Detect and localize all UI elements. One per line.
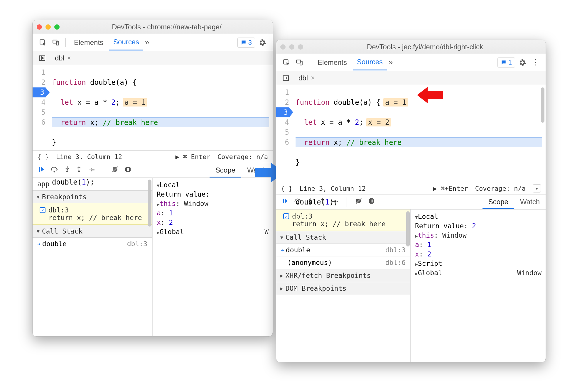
callstack-frame[interactable]: ➔doubledbl:3 (276, 244, 410, 256)
issues-count: 3 (248, 39, 252, 46)
traffic-lights (280, 44, 303, 50)
inline-value-a: a = 1 (383, 98, 408, 107)
separator (309, 58, 309, 67)
file-tab-dbl[interactable]: dbl × (296, 73, 317, 83)
window-title: DevTools - chrome://new-tab-page/ (65, 23, 269, 31)
inspect-icon[interactable] (281, 57, 292, 68)
issues-badge[interactable]: 3 (237, 38, 255, 48)
devtools-tabstrip: Elements Sources » 1 ⋮ (276, 54, 546, 71)
code-content[interactable]: function double(a) { let x = a * 2;a = 1… (48, 65, 273, 150)
tab-sources[interactable]: Sources (109, 34, 143, 50)
code-content[interactable]: function double(a) {a = 1 let x = a * 2;… (292, 85, 546, 182)
section-label: Call Stack (42, 227, 82, 235)
file-tab-label: dbl (298, 74, 308, 82)
svg-rect-5 (39, 167, 40, 172)
resume-icon[interactable] (38, 166, 45, 175)
breakpoint-marker[interactable]: 3 (276, 107, 289, 117)
scrollbar-thumb[interactable] (406, 211, 410, 246)
file-tabstrip: dbl × (276, 71, 546, 85)
return-value-label: Return value: (157, 190, 210, 198)
current-frame-icon: ➔ (281, 247, 284, 253)
scrollbar-thumb[interactable] (541, 87, 544, 123)
return-value-label: Return value: (415, 222, 468, 230)
breakpoint-marker[interactable]: 3 (33, 87, 45, 97)
section-label: Breakpoints (42, 193, 87, 201)
chevron-down-icon: ▼ (37, 194, 40, 200)
line-gutter: 123456 (276, 85, 292, 182)
debugger-panes: app ▼Breakpoints dbl:3 return x; // brea… (33, 178, 273, 336)
braces-icon[interactable]: { } (281, 185, 293, 192)
file-tab-dbl[interactable]: dbl × (53, 53, 73, 63)
close-tab-icon[interactable]: × (311, 74, 315, 82)
settings-icon[interactable] (257, 37, 268, 48)
kebab-menu-icon[interactable]: ⋮ (530, 57, 541, 68)
file-tab-label: dbl (55, 54, 64, 62)
breakpoint-checkbox[interactable] (283, 213, 289, 219)
section-call-stack[interactable]: ▼Call Stack (276, 231, 410, 244)
list-item[interactable]: app (33, 178, 152, 190)
svg-rect-19 (283, 199, 284, 203)
inline-value-a: a = 1 (123, 98, 147, 107)
frame-location: dbl:6 (385, 259, 406, 266)
frame-location: dbl:3 (127, 240, 147, 248)
scope-global-label: Global (160, 228, 184, 236)
scope-local-label: Local (160, 181, 180, 189)
frame-function: (anonymous) (287, 259, 332, 266)
callstack-frame[interactable]: ➔doubledbl:3 (33, 238, 152, 250)
issues-count: 1 (508, 59, 512, 66)
code-editor[interactable]: 123456 function double(a) {a = 1 let x =… (276, 85, 546, 182)
scope-pane[interactable]: ▼Local Return value: 2 ▶this: Window a: … (411, 209, 546, 362)
inspect-icon[interactable] (37, 37, 48, 48)
issues-badge[interactable]: 1 (497, 58, 515, 67)
breakpoint-item[interactable]: dbl:3 return x; // break here (276, 209, 410, 231)
settings-icon[interactable] (517, 57, 528, 68)
braces-icon[interactable]: { } (37, 153, 49, 160)
breakpoint-item[interactable]: dbl:3 return x; // break here (33, 203, 152, 225)
close-icon[interactable] (37, 24, 42, 30)
section-label: DOM Breakpoints (286, 285, 347, 292)
minimize-icon[interactable] (289, 44, 294, 50)
left-pane[interactable]: app ▼Breakpoints dbl:3 return x; // brea… (33, 178, 153, 336)
frame-function: double (42, 240, 67, 248)
window-title: DevTools - jec.fyi/demo/dbl-right-click (308, 43, 542, 51)
chevron-right-icon: ▶ (280, 286, 283, 291)
chevron-down-icon: ▼ (280, 235, 283, 240)
tab-elements[interactable]: Elements (313, 55, 351, 70)
current-execution-line: return x; // break here (52, 117, 269, 127)
left-pane[interactable]: dbl:3 return x; // break here ▼Call Stac… (276, 209, 411, 362)
tab-sources[interactable]: Sources (353, 54, 387, 70)
navigator-toggle-icon[interactable] (37, 53, 48, 64)
callstack-frame[interactable]: (anonymous)dbl:6 (276, 256, 410, 269)
breakpoint-label: dbl:3 (48, 206, 69, 214)
section-label: XHR/fetch Breakpoints (286, 272, 371, 279)
zoom-icon[interactable] (298, 44, 303, 50)
section-dom-breakpoints[interactable]: ▶DOM Breakpoints (276, 282, 410, 295)
section-call-stack[interactable]: ▼Call Stack (33, 225, 152, 238)
minimize-icon[interactable] (45, 24, 51, 30)
code-editor[interactable]: 123456 function double(a) { let x = a * … (33, 65, 273, 150)
device-toggle-icon[interactable] (294, 57, 305, 68)
breakpoint-label: dbl:3 (292, 212, 312, 220)
more-tabs-icon[interactable]: » (145, 38, 149, 47)
scope-local-label: Local (418, 213, 438, 220)
scope-pane[interactable]: ▼Local Return value: ▶this: Window a: 1 … (153, 178, 273, 336)
file-tabstrip: dbl × (33, 51, 273, 65)
more-tabs-icon[interactable]: » (389, 58, 393, 67)
breakpoint-checkbox[interactable] (40, 207, 45, 213)
frame-location: dbl:3 (385, 246, 406, 254)
section-xhr-breakpoints[interactable]: ▶XHR/fetch Breakpoints (276, 269, 410, 282)
current-frame-icon: ➔ (37, 241, 41, 247)
tab-elements[interactable]: Elements (70, 35, 107, 50)
chevron-right-icon: ▶ (280, 273, 283, 278)
close-tab-icon[interactable]: × (67, 54, 71, 62)
zoom-icon[interactable] (54, 24, 60, 30)
navigator-toggle-icon[interactable] (280, 72, 291, 84)
close-icon[interactable] (280, 44, 286, 50)
scrollbar-thumb[interactable] (148, 180, 151, 227)
breakpoint-source: return x; // break here (283, 220, 406, 228)
resume-icon[interactable] (281, 197, 289, 207)
section-breakpoints[interactable]: ▼Breakpoints (33, 190, 152, 203)
scope-global-label: Global (418, 269, 442, 277)
device-toggle-icon[interactable] (50, 37, 61, 48)
devtools-window-left: DevTools - chrome://new-tab-page/ Elemen… (32, 20, 273, 337)
